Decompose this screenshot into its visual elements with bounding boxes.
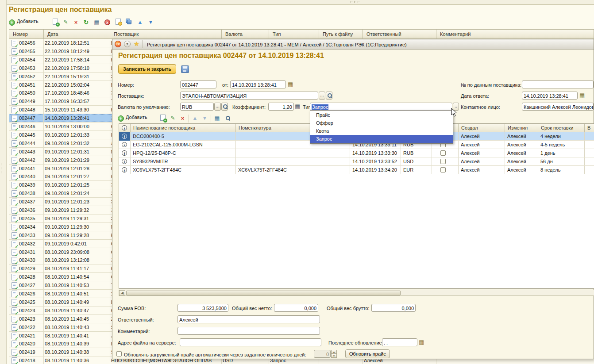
row-checkbox[interactable] <box>440 150 446 156</box>
copy-icon[interactable] <box>51 19 59 26</box>
splitter-grip[interactable] <box>1 171 4 173</box>
supplier-search-icon[interactable] <box>326 92 332 100</box>
document-posted-icon <box>12 182 17 188</box>
comment-field[interactable] <box>177 327 320 335</box>
dropdown-option[interactable]: Прайс <box>310 111 453 119</box>
stepper-up-icon[interactable]: ▲ <box>331 350 337 354</box>
table-settings-icon[interactable]: ▦ <box>93 19 100 26</box>
copy-icon[interactable] <box>159 115 166 122</box>
list-column-header[interactable]: Ответственный <box>363 30 436 38</box>
row-checkbox[interactable] <box>440 167 446 172</box>
splitter-grip[interactable] <box>354 1 356 3</box>
grid-line <box>43 181 44 189</box>
items-column-header[interactable]: i <box>119 124 130 132</box>
supplier-field[interactable]: ЭТАЛОН-АВТОМАТИЗАЦИЯ <box>180 92 318 100</box>
items-cell: 4 недели <box>540 132 585 141</box>
scroll-left-button[interactable]: ◀ <box>119 290 125 296</box>
list-column-header[interactable]: Комментарий <box>436 30 594 38</box>
items-row[interactable]: iSY89329VMITR14.10.2019 13:33:52USDАлекс… <box>119 157 594 166</box>
coefficient-field[interactable]: 1,20 <box>268 103 294 111</box>
dropdown-option[interactable]: Запрос <box>310 135 453 143</box>
supplier-number-field[interactable] <box>522 80 594 88</box>
currency-search-icon[interactable] <box>221 103 228 111</box>
grid-line <box>458 141 459 149</box>
list-column-header[interactable]: Поставщик <box>110 30 221 38</box>
days-stepper[interactable]: ▲ ▼ <box>331 350 337 358</box>
items-column-header[interactable]: В <box>584 124 594 132</box>
row-checkbox[interactable] <box>440 159 446 164</box>
currency-select-button[interactable]: ... <box>214 103 221 111</box>
default-currency-field[interactable]: RUB <box>180 103 214 111</box>
scrollbar-thumb[interactable] <box>126 291 401 295</box>
splitter-grip[interactable] <box>1 163 4 165</box>
list-column-header[interactable]: Путь к файлу <box>319 30 363 38</box>
list-cell: 002421 <box>19 332 42 340</box>
splitter-grip[interactable] <box>351 1 353 3</box>
items-column-header[interactable]: Срок поставки <box>538 124 584 132</box>
list-column-header[interactable]: Валюта <box>221 30 269 38</box>
answer-date-field[interactable]: 14.10.2019 13:28:41 <box>522 92 578 100</box>
grid-line <box>43 106 44 114</box>
move-up-icon[interactable]: ▲ <box>191 115 199 122</box>
calculator-icon[interactable]: ▦ <box>295 103 301 110</box>
move-down-icon[interactable]: ▼ <box>147 19 154 26</box>
list-cell: 002440 <box>19 172 42 181</box>
refresh-icon[interactable]: ↻ <box>82 19 90 26</box>
number-field[interactable]: 002447 <box>180 80 216 88</box>
delete-icon[interactable]: × <box>72 19 80 26</box>
list-column-header[interactable]: Дата <box>43 30 110 38</box>
file-address-field[interactable] <box>180 338 321 346</box>
move-down-icon[interactable]: ▼ <box>201 115 208 122</box>
save-icon[interactable] <box>181 65 189 73</box>
price-document-icon[interactable] <box>114 19 122 26</box>
type-dropdown-list: ПрайсОфферКвотаЗапрос <box>310 110 453 144</box>
horizontal-scrollbar[interactable]: ◀ <box>119 290 594 296</box>
copy-data-icon[interactable] <box>125 19 132 26</box>
type-combo-field[interactable]: Запрос <box>310 103 452 111</box>
update-price-button[interactable]: Обновить прайс <box>345 349 390 358</box>
last-update-field[interactable]: . . <box>382 338 417 346</box>
edit-pencil-icon[interactable]: ✎ <box>62 19 69 26</box>
delete-icon[interactable]: × <box>179 115 186 122</box>
items-row[interactable]: iXC6VLX75T-2FF484CXC6VLX75T-2FF484C14.10… <box>119 166 594 174</box>
calendar-icon[interactable]: ▦ <box>288 81 294 88</box>
calendar-icon[interactable]: ▦ <box>419 339 425 345</box>
list-cell: 09.10.2019 12:01:23 <box>45 198 108 206</box>
set-deletion-mark-icon[interactable]: x <box>104 19 111 26</box>
move-up-icon[interactable]: ▲ <box>136 19 144 26</box>
grid-line <box>43 231 44 239</box>
favorite-star-icon[interactable]: ★ <box>134 40 139 47</box>
splitter-grip[interactable] <box>1 167 4 169</box>
items-column-header[interactable]: Наименование поставщика <box>130 124 235 132</box>
calendar-icon[interactable]: ▦ <box>579 92 586 99</box>
items-add-button[interactable]: +Добавить <box>118 115 147 122</box>
edit-pencil-icon[interactable]: ✎ <box>169 115 177 122</box>
dialog-titlebar[interactable]: 1с ▾ ★ Регистрация цен поставщика 002447… <box>112 39 594 50</box>
table-settings-icon[interactable]: ▦ <box>213 115 221 122</box>
items-column-header[interactable]: Изменил <box>505 124 538 132</box>
window-menu-icon[interactable]: ▾ <box>124 41 131 47</box>
splitter-grip[interactable] <box>358 1 360 3</box>
items-column-header[interactable]: Создал <box>458 124 505 132</box>
list-column-header[interactable]: Номер <box>9 30 43 38</box>
items-table-body: iDCO200400-5АлексейАлексей4 неделиiEG-21… <box>119 132 594 289</box>
add-button[interactable]: +Добавить <box>9 19 39 26</box>
dropdown-option[interactable]: Оффер <box>310 119 453 127</box>
responsible-field[interactable]: Алексей <box>177 315 320 323</box>
auto-update-checkbox[interactable] <box>116 351 122 356</box>
supplier-select-button[interactable]: ... <box>319 92 325 100</box>
document-date-field[interactable]: 14.10.2019 13:28:41 <box>230 80 286 88</box>
grid-line <box>110 264 110 272</box>
find-icon[interactable] <box>224 115 231 122</box>
list-cell: 002424 <box>19 307 42 315</box>
grid-line <box>43 307 44 314</box>
contact-field[interactable]: Какшинский Алексей Леонидов <box>522 103 594 111</box>
list-column-header[interactable]: Тип <box>269 30 319 38</box>
grid-line <box>432 149 432 157</box>
items-row[interactable]: iHPQ-12/25-D48P-C14.10.2019 13:33:30RUBА… <box>119 149 594 157</box>
dropdown-option[interactable]: Квота <box>310 127 453 135</box>
days-field[interactable]: 0 <box>314 350 331 358</box>
save-and-close-button[interactable]: Записать и закрыть <box>118 64 176 74</box>
stepper-down-icon[interactable]: ▼ <box>331 354 337 358</box>
add-button-label: Добавить <box>17 19 39 24</box>
